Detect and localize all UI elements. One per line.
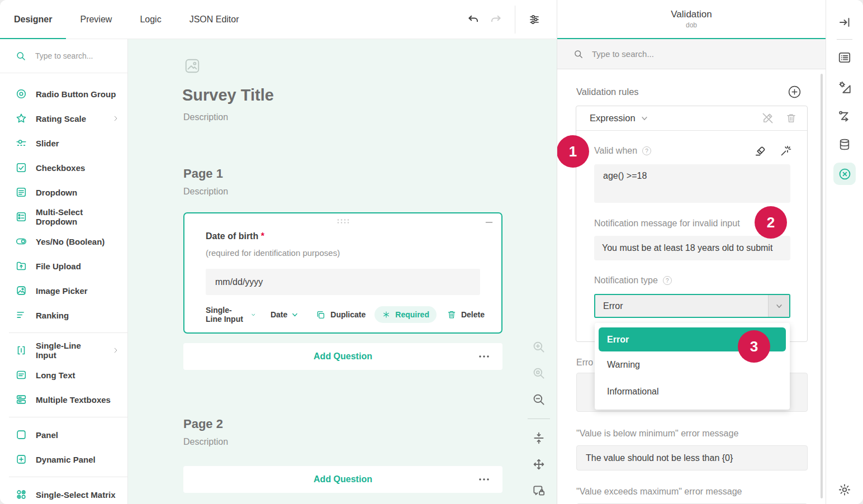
below-minimum-input[interactable] <box>576 445 808 470</box>
notification-message-input[interactable] <box>594 236 790 260</box>
survey-logo-placeholder-icon[interactable] <box>184 58 201 74</box>
toolbox-search-input[interactable] <box>34 51 112 61</box>
strip-divider <box>837 39 852 40</box>
long-text-icon <box>15 369 27 381</box>
toolbox-item-file-upload[interactable]: File Upload <box>0 254 127 278</box>
ranking-icon <box>15 309 27 321</box>
question-card-dob[interactable]: Date of birth * (required for identifica… <box>183 212 502 334</box>
duplicate-button[interactable]: Duplicate <box>315 310 366 320</box>
expand-drag-icon[interactable] <box>532 457 546 472</box>
add-rule-icon[interactable] <box>787 84 802 99</box>
toolbox-item-radio-button-group[interactable]: Radio Button Group <box>0 82 127 106</box>
input-type-label: Date <box>271 310 287 319</box>
input-type-selector[interactable]: Date <box>271 310 298 319</box>
tab-logic[interactable]: Logic <box>126 0 175 39</box>
question-toolbar: Single-Line Input Date Duplicate Require… <box>206 305 485 325</box>
annotation-badge-3: 3 <box>738 330 770 363</box>
toolbox-search[interactable] <box>0 39 127 73</box>
toolbox-item-long-text[interactable]: Long Text <box>0 363 127 387</box>
image-picker-icon <box>15 284 27 297</box>
question-type-selector[interactable]: Single-Line Input <box>206 306 256 324</box>
general-settings-icon[interactable] <box>837 50 852 65</box>
property-search[interactable] <box>557 39 826 69</box>
question-title[interactable]: Date of birth * <box>206 231 264 241</box>
tab-json-editor[interactable]: JSON Editor <box>176 0 253 39</box>
zoom-in-icon[interactable] <box>532 340 546 354</box>
toolbox-item-boolean[interactable]: Yes/No (Boolean) <box>0 229 127 254</box>
help-icon[interactable]: ? <box>642 146 651 155</box>
toolbox-item-label: Multiple Textboxes <box>36 395 111 405</box>
tab-preview[interactable]: Preview <box>66 0 126 39</box>
redo-icon[interactable] <box>485 8 507 31</box>
toolbox-item-multi-select-dropdown[interactable]: Multi-Select Dropdown <box>0 205 127 229</box>
add-question-menu-icon[interactable] <box>478 477 490 482</box>
checkbox-icon <box>15 161 27 174</box>
surface-lock-icon[interactable] <box>532 483 546 498</box>
toolbox-item-ranking[interactable]: Ranking <box>0 303 127 327</box>
collapse-panel-icon[interactable] <box>838 16 851 29</box>
toolbox-item-panel[interactable]: Panel <box>0 422 127 447</box>
toolbox-item-single-select-matrix[interactable]: Single-Select Matrix <box>0 482 127 504</box>
rule-type-selector[interactable]: Expression <box>590 113 636 123</box>
page1-description[interactable]: Description <box>183 187 228 197</box>
drag-handle-icon[interactable] <box>335 218 351 224</box>
page2-title[interactable]: Page 2 <box>183 417 223 431</box>
add-question-button-page2[interactable]: Add Question <box>183 466 502 493</box>
expression-editor[interactable]: age() >=18 <box>594 164 790 203</box>
dropdown-option-informational[interactable]: Informational <box>599 378 786 405</box>
data-settings-icon[interactable] <box>838 137 852 151</box>
toolbox-item-label: Single-Select Matrix <box>36 490 116 500</box>
theme-designer-icon[interactable] <box>837 80 852 94</box>
property-search-input[interactable] <box>591 49 758 59</box>
right-icon-strip <box>826 0 863 504</box>
file-upload-icon <box>15 260 27 272</box>
toolbox-item-multiple-textboxes[interactable]: Multiple Textboxes <box>0 387 127 412</box>
notification-type-label: Notification type <box>594 275 658 286</box>
toolbox-item-rating-scale[interactable]: Rating Scale <box>0 106 127 131</box>
logic-flow-icon[interactable] <box>837 109 852 123</box>
toolbox-item-dropdown[interactable]: Dropdown <box>0 180 127 205</box>
zoom-reset-icon[interactable] <box>532 366 546 381</box>
survey-title[interactable]: Survey Title <box>182 86 274 104</box>
delete-button[interactable]: Delete <box>447 310 485 320</box>
dynamic-panel-icon <box>15 453 27 465</box>
add-question-button-page1[interactable]: Add Question <box>183 343 502 370</box>
eraser-icon[interactable] <box>754 144 767 158</box>
select-chevron-box[interactable] <box>768 295 789 317</box>
toolbox-item-single-line-input[interactable]: Single-Line Input <box>0 338 127 363</box>
chevron-down-icon[interactable] <box>641 115 648 122</box>
gear-icon[interactable] <box>838 483 852 497</box>
delete-rule-icon[interactable] <box>785 112 797 124</box>
settings-sliders-icon[interactable] <box>523 8 546 31</box>
page1-title[interactable]: Page 1 <box>183 167 223 181</box>
add-question-menu-icon[interactable] <box>478 354 490 359</box>
notification-type-row: Notification type ? <box>594 275 672 286</box>
notification-type-select[interactable]: Error <box>594 294 790 318</box>
collapse-question-icon[interactable] <box>485 218 494 227</box>
collapse-all-icon[interactable] <box>532 431 546 445</box>
tab-designer[interactable]: Designer <box>0 0 66 39</box>
toolbox-item-checkboxes[interactable]: Checkboxes <box>0 155 127 180</box>
notification-message-label: Notification message for invalid input <box>594 218 740 229</box>
toolbox-item-slider[interactable]: Slider <box>0 131 127 155</box>
magic-wand-icon[interactable] <box>779 144 793 158</box>
undo-icon[interactable] <box>462 8 485 31</box>
question-subtitle[interactable]: (required for identification purposes) <box>206 248 340 258</box>
annotation-badge-1: 1 <box>557 135 589 168</box>
help-icon[interactable]: ? <box>663 276 672 285</box>
zoom-out-icon[interactable] <box>532 392 546 407</box>
panel-scrollbar[interactable] <box>821 74 823 498</box>
multiple-textboxes-icon <box>15 393 27 406</box>
date-input[interactable] <box>206 269 480 295</box>
toolbox-item-dynamic-panel[interactable]: Dynamic Panel <box>0 447 127 472</box>
edit-disabled-icon[interactable] <box>761 112 774 125</box>
survey-description[interactable]: Description <box>183 112 228 122</box>
toolbox-item-image-picker[interactable]: Image Picker <box>0 278 127 303</box>
trash-icon <box>447 310 457 320</box>
validation-tab-icon[interactable] <box>833 163 856 185</box>
page2-description[interactable]: Description <box>183 437 228 447</box>
asterisk-icon <box>382 310 391 319</box>
topbar-divider <box>515 6 515 34</box>
required-toggle-button[interactable]: Required <box>374 306 437 323</box>
toolbox-item-label: Long Text <box>36 370 75 380</box>
